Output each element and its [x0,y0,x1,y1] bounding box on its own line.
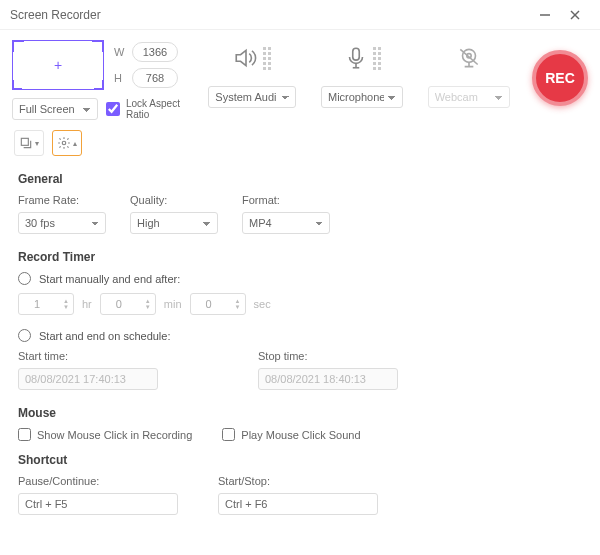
format-label: Format: [242,194,330,206]
webcam-source: Webcam [428,40,510,108]
microphone-icon [343,45,369,71]
width-input[interactable] [132,42,178,62]
settings-panel: General Frame Rate: 30 fps Quality: High… [0,164,600,554]
capture-config: + W H Full Screen Lock Aspect Ratio [0,30,600,126]
height-label: H [114,72,126,84]
chevron-up-icon: ▴ [73,139,77,148]
stop-time-input[interactable] [258,368,398,390]
plus-icon: + [54,57,62,73]
show-click-checkbox[interactable] [18,428,31,441]
tool-row: ▾ ▴ [0,126,600,164]
lock-aspect-label: Lock Aspect Ratio [126,98,180,120]
start-time-label: Start time: [18,350,158,362]
svg-point-11 [62,141,66,145]
audio-select[interactable]: System Audio [208,86,296,108]
mic-select[interactable]: Microphone [321,86,403,108]
titlebar: Screen Recorder [0,0,600,30]
window-title: Screen Recorder [10,8,530,22]
export-tool-button[interactable]: ▾ [14,130,44,156]
minutes-spinner[interactable]: ▲▼ [100,293,156,315]
play-sound-label: Play Mouse Click Sound [241,429,360,441]
manual-timer-label: Start manually and end after: [39,273,180,285]
mouse-heading: Mouse [18,406,582,420]
svg-rect-4 [353,48,360,60]
webcam-off-icon [456,45,482,71]
record-label: REC [545,70,575,86]
hours-unit: hr [82,298,92,310]
seconds-spinner[interactable]: ▲▼ [190,293,246,315]
svg-rect-10 [21,138,28,145]
mic-source: Microphone [321,40,403,108]
start-time-input[interactable] [18,368,158,390]
record-button[interactable]: REC [532,50,588,106]
show-click-option[interactable]: Show Mouse Click in Recording [18,428,192,441]
audio-source: System Audio [208,40,296,108]
play-sound-checkbox[interactable] [222,428,235,441]
startstop-shortcut-label: Start/Stop: [218,475,378,487]
seconds-unit: sec [254,298,271,310]
webcam-select[interactable]: Webcam [428,86,510,108]
manual-timer-radio[interactable] [18,272,31,285]
shortcut-heading: Shortcut [18,453,582,467]
region-group: + W H Full Screen Lock Aspect Ratio [12,40,192,120]
format-select[interactable]: MP4 [242,212,330,234]
pause-shortcut-input[interactable] [18,493,178,515]
schedule-timer-radio[interactable] [18,329,31,342]
show-click-label: Show Mouse Click in Recording [37,429,192,441]
quality-label: Quality: [130,194,218,206]
lock-aspect-checkbox[interactable] [106,102,120,116]
startstop-shortcut-input[interactable] [218,493,378,515]
schedule-timer-label: Start and end on schedule: [39,330,170,342]
minimize-button[interactable] [530,0,560,30]
minutes-unit: min [164,298,182,310]
mic-level-icon [373,47,381,70]
width-label: W [114,46,126,58]
height-input[interactable] [132,68,178,88]
sources-group: System Audio Microphone [192,40,526,108]
play-sound-option[interactable]: Play Mouse Click Sound [222,428,360,441]
settings-tool-button[interactable]: ▴ [52,130,82,156]
hours-spinner[interactable]: ▲▼ [18,293,74,315]
region-selector[interactable]: + [12,40,104,90]
general-heading: General [18,172,582,186]
frame-rate-label: Frame Rate: [18,194,106,206]
stop-time-label: Stop time: [258,350,398,362]
close-button[interactable] [560,0,590,30]
frame-rate-select[interactable]: 30 fps [18,212,106,234]
audio-level-icon [263,47,271,70]
svg-marker-3 [237,50,247,65]
speaker-icon [233,45,259,71]
pause-shortcut-label: Pause/Continue: [18,475,178,487]
record-timer-heading: Record Timer [18,250,582,264]
region-mode-select[interactable]: Full Screen [12,98,98,120]
quality-select[interactable]: High [130,212,218,234]
chevron-down-icon: ▾ [35,139,39,148]
